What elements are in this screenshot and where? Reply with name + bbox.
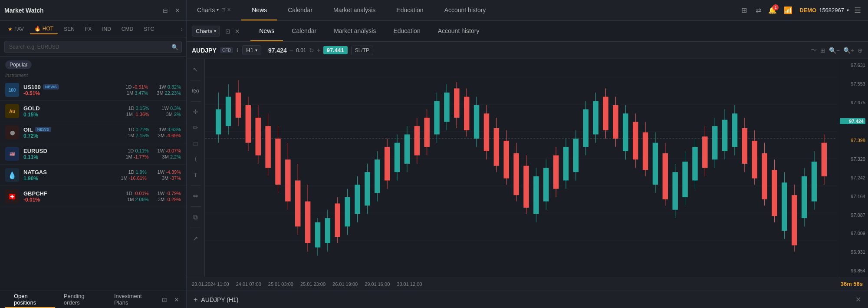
tab-market-analysis[interactable]: Market analysis xyxy=(323,0,386,20)
main-content: ★ FAV 🔥 HOT SEN FX IND CMD STC › xyxy=(0,21,868,308)
layout-icon[interactable]: ⊞ xyxy=(740,5,749,15)
svg-rect-82 xyxy=(573,139,579,172)
minus-icon[interactable]: − xyxy=(289,46,293,54)
arrow-horizontal-tool[interactable]: ⇔ xyxy=(189,189,203,203)
time-label-4: 25.01 23:00 xyxy=(300,282,326,287)
tab-fx[interactable]: FX xyxy=(81,24,96,34)
time-label-3: 25.01 03:00 xyxy=(268,282,293,287)
toolbar-divider-5 xyxy=(191,228,201,228)
tab-chart-education[interactable]: Education xyxy=(385,21,429,41)
tab-stc[interactable]: STC xyxy=(139,24,158,34)
list-item[interactable]: ⬤ OIL NEWS 0.72% 1D 0.72% 1W 3.63% 1M 7.… xyxy=(0,122,186,143)
tab-open-positions[interactable]: Open positions xyxy=(5,291,55,308)
plus-icon[interactable]: + xyxy=(317,46,321,54)
cursor-tool[interactable]: ↖ xyxy=(189,63,203,76)
svg-rect-50 xyxy=(414,126,420,155)
toolbar-divider-4 xyxy=(191,206,201,207)
svg-rect-86 xyxy=(593,101,598,134)
info-icon[interactable]: ℹ xyxy=(237,47,239,53)
price-step: 0.01 xyxy=(296,47,306,53)
tab-chart-account-history[interactable]: Account history xyxy=(429,21,488,41)
price-level: 97.553 xyxy=(840,81,865,86)
hamburger-menu[interactable]: ☰ xyxy=(854,6,861,15)
svg-rect-90 xyxy=(613,105,618,139)
notification-bell[interactable]: 🔔 1 xyxy=(768,6,777,14)
tab-news[interactable]: News xyxy=(241,0,277,20)
sync-icon[interactable]: ⇄ xyxy=(754,5,763,15)
current-price-badge: 97.441 xyxy=(323,46,348,54)
instrument-change-gbpchf: -0.01% xyxy=(23,197,125,203)
price-level-orange: 97.398 xyxy=(840,138,865,143)
share-tool[interactable]: ↗ xyxy=(189,232,203,245)
chart-close-icon[interactable]: ✕ xyxy=(234,27,241,36)
list-item[interactable]: 100 US100 NEWS -0.51% 1D -0.51% 1W 0.32%… xyxy=(0,79,186,101)
price-level: 96.931 xyxy=(840,249,865,255)
audjpy-close-button[interactable]: ✕ xyxy=(855,295,861,304)
svg-rect-38 xyxy=(355,185,360,214)
layers-tool[interactable]: ⧉ xyxy=(189,210,203,224)
tab-pending-orders[interactable]: Pending orders xyxy=(55,291,105,308)
chart-canvas[interactable] xyxy=(205,59,837,277)
tab-cmd[interactable]: CMD xyxy=(117,24,138,34)
bottom-close-icon[interactable]: ✕ xyxy=(172,295,181,304)
instrument-name-block-eurusd: EURUSD 0.11% xyxy=(23,148,125,160)
expand-icon[interactable]: ⊕ xyxy=(858,47,863,54)
price-level: 97.475 xyxy=(840,100,865,105)
tab-chart-market-analysis[interactable]: Market analysis xyxy=(325,21,385,41)
search-input[interactable] xyxy=(4,41,182,53)
tab-calendar[interactable]: Calendar xyxy=(277,0,323,20)
chart-tabs: News Calendar Market analysis Education … xyxy=(250,21,488,41)
list-item[interactable]: 💧 NATGAS 1.90% 1D 1.9% 1W -4.39% 1M -16.… xyxy=(0,165,186,186)
chart-area: ↖ f(x) ✛ ✏ □ ⟨ T ⇔ ⧉ ↗ xyxy=(187,59,868,277)
tab-more-icon[interactable]: › xyxy=(181,26,183,33)
pen-tool[interactable]: ✏ xyxy=(189,121,203,135)
list-item[interactable]: 🇨🇭 GBPCHF -0.01% 1D -0.01% 1W -0.79% 1M … xyxy=(0,186,186,207)
toolbar-divider-1 xyxy=(191,80,201,80)
sl-tp-button[interactable]: SL/TP xyxy=(351,46,373,55)
chart-popout-icon[interactable]: ⊡ xyxy=(224,27,231,36)
add-chart-icon[interactable]: + xyxy=(194,296,197,304)
charts-dropdown[interactable]: Charts ▾ xyxy=(192,26,220,36)
svg-rect-94 xyxy=(633,122,638,160)
chart-window-icons: ⊡ ✕ xyxy=(224,27,241,36)
zoom-in-icon[interactable]: 🔍+ xyxy=(843,47,854,54)
text-tool[interactable]: T xyxy=(189,168,203,182)
svg-rect-124 xyxy=(782,182,787,231)
candle-timer: 36m 56s xyxy=(841,281,863,287)
svg-rect-74 xyxy=(533,176,539,214)
popout-icon[interactable]: ⊟ xyxy=(161,6,170,15)
account-info[interactable]: DEMO 15682967 ▾ xyxy=(799,7,849,13)
tab-ind[interactable]: IND xyxy=(98,24,115,34)
tab-sen[interactable]: SEN xyxy=(59,24,79,34)
crosshair-tool[interactable]: ✛ xyxy=(189,105,203,119)
close-icon[interactable]: ✕ xyxy=(173,6,182,15)
svg-rect-56 xyxy=(444,93,449,122)
news-badge-us100: NEWS xyxy=(43,84,59,89)
tab-chart-calendar[interactable]: Calendar xyxy=(283,21,325,41)
tab-education[interactable]: Education xyxy=(386,0,434,20)
grid-icon[interactable]: ⊞ xyxy=(820,47,825,54)
timeframe-selector[interactable]: H1 ▾ xyxy=(242,45,261,55)
bottom-popout-icon[interactable]: ⊡ xyxy=(160,295,169,304)
toolbar-divider-2 xyxy=(191,101,201,102)
popular-tag[interactable]: Popular xyxy=(5,60,32,69)
fx-label-btn[interactable]: f(x) xyxy=(189,84,203,98)
svg-rect-120 xyxy=(762,153,767,199)
chevron-left-tool[interactable]: ⟨ xyxy=(189,152,203,166)
list-item[interactable]: 🇺🇸 EURUSD 0.11% 1D 0.11% 1W -0.07% 1M -1… xyxy=(0,143,186,165)
charts-dropdown-btn[interactable]: Charts ▾ ⊡ ✕ xyxy=(187,0,241,20)
wifi-icon[interactable]: 📶 xyxy=(782,5,794,15)
tab-account-history[interactable]: Account history xyxy=(434,0,496,20)
tab-chart-news[interactable]: News xyxy=(250,21,283,41)
tab-hot[interactable]: 🔥 HOT xyxy=(30,24,58,34)
rectangle-tool[interactable]: □ xyxy=(189,136,203,150)
bottom-tab-bar: Open positions Pending orders Investment… xyxy=(0,291,186,308)
tab-fav[interactable]: ★ FAV xyxy=(3,24,28,34)
zoom-out-icon[interactable]: 🔍− xyxy=(829,47,840,54)
toolbar-divider-3 xyxy=(191,185,201,185)
svg-rect-88 xyxy=(603,97,608,130)
svg-rect-92 xyxy=(623,113,628,151)
list-item[interactable]: Au GOLD 0.15% 1D 0.15% 1W 0.3% 1M -1.36%… xyxy=(0,101,186,122)
tab-investment-plans[interactable]: Investment Plans xyxy=(105,291,160,308)
wave-icon[interactable]: 〜 xyxy=(811,46,817,54)
